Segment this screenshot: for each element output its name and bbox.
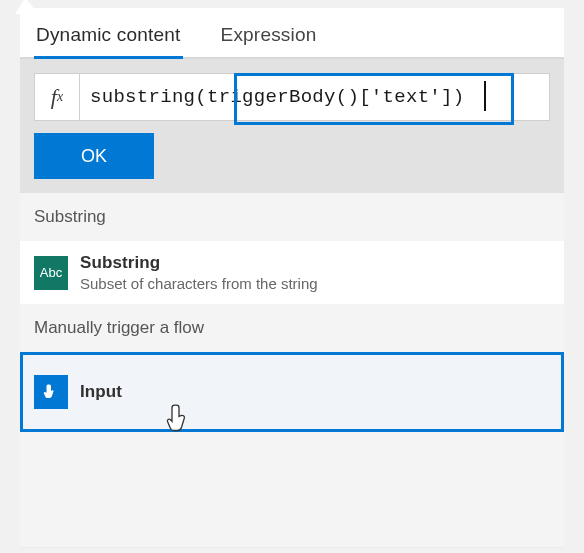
item-input-title: Input	[80, 382, 122, 402]
tab-expression[interactable]: Expression	[219, 20, 319, 57]
dynamic-content-panel: Dynamic content Expression fx OK Substri…	[20, 8, 564, 548]
fx-icon: fx	[35, 74, 80, 120]
ok-button[interactable]: OK	[34, 133, 154, 179]
item-substring-title: Substring	[80, 253, 318, 273]
callout-beak	[15, 0, 39, 14]
expression-builder: fx OK	[20, 59, 564, 193]
item-input[interactable]: Input	[20, 352, 564, 432]
item-substring-desc: Subset of characters from the string	[80, 275, 318, 292]
item-substring[interactable]: Abc Substring Subset of characters from …	[20, 241, 564, 304]
abc-icon: Abc	[34, 256, 68, 290]
touch-icon	[34, 375, 68, 409]
group-manual-trigger: Manually trigger a flow	[20, 304, 564, 352]
expression-input[interactable]	[80, 74, 549, 120]
group-substring: Substring	[20, 193, 564, 241]
tab-dynamic-content[interactable]: Dynamic content	[34, 20, 183, 59]
picker-tabs: Dynamic content Expression	[20, 8, 564, 59]
expression-input-box[interactable]: fx	[34, 73, 550, 121]
